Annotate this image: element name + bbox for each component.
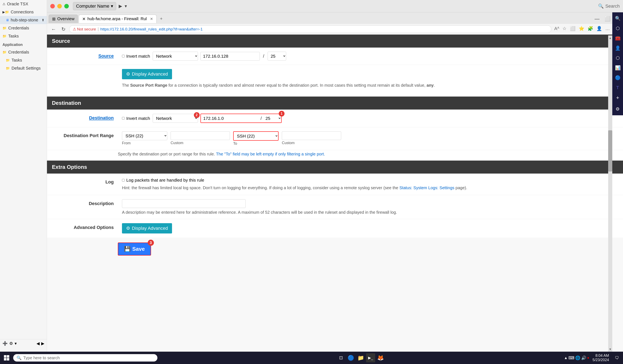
maximize-dot[interactable] bbox=[64, 4, 69, 8]
from-port-select[interactable]: SSH (22) bbox=[122, 131, 167, 140]
tab-close-icon[interactable]: ✕ bbox=[150, 17, 153, 21]
description-input[interactable] bbox=[122, 199, 245, 208]
edge-sidebar-office-icon[interactable]: 🔵 bbox=[613, 73, 622, 82]
add-icon[interactable]: ➕ bbox=[2, 341, 8, 346]
tab-hub-step-stone[interactable]: ✕ hub-fw.home.arpa - Firewall: Rul ✕ bbox=[79, 15, 156, 23]
tray-up-arrow[interactable]: ▲ bbox=[564, 356, 568, 360]
tray-volume-icon[interactable]: 🔊 bbox=[581, 355, 586, 360]
sidebar-item-credentials[interactable]: 📁 Credentials bbox=[0, 24, 47, 32]
close-dot[interactable] bbox=[50, 4, 55, 8]
bookmark-icon[interactable]: ☆ bbox=[562, 25, 567, 33]
source-invert-match[interactable]: Invert match bbox=[122, 54, 150, 59]
profile-icon[interactable]: 👤 bbox=[596, 25, 603, 33]
sidebar-item-default-settings[interactable]: 📁 Default Settings bbox=[0, 64, 47, 72]
save-button-wrapper: 💾 Save 3 bbox=[118, 242, 151, 256]
taskbar-edge-icon[interactable]: 🔵 bbox=[346, 353, 356, 362]
scroll-up-arrow[interactable]: ▲ bbox=[608, 36, 612, 40]
edge-sidebar-games-icon[interactable]: ⬡ bbox=[613, 54, 622, 63]
tray-notification-dot: ● bbox=[587, 356, 589, 360]
destination-label[interactable]: Destination bbox=[52, 114, 118, 121]
tab-overview[interactable]: ⊞ Overview bbox=[49, 15, 78, 23]
destination-invert-match[interactable]: Invert match bbox=[122, 116, 150, 121]
taskbar-firefox-icon[interactable]: 🦊 bbox=[376, 353, 385, 362]
taskbar-clock[interactable]: 8:04 AM 5/23/2024 bbox=[591, 354, 611, 362]
tray-keyboard-icon: ⌨ bbox=[568, 355, 574, 360]
refresh-button[interactable]: ↻ bbox=[60, 25, 67, 33]
edge-sidebar-profile-icon[interactable]: 👤 bbox=[613, 44, 622, 53]
new-tab-button[interactable]: + bbox=[157, 15, 165, 23]
destination-section: Destination Destination Invert match Net… bbox=[47, 97, 623, 160]
edge-sidebar-settings-icon[interactable]: ⚙ bbox=[613, 105, 622, 114]
log-checkbox[interactable] bbox=[122, 179, 125, 182]
minimize-dot[interactable] bbox=[57, 4, 62, 8]
sidebar-item-app-credentials[interactable]: 📁 Credentials bbox=[0, 48, 47, 56]
edge-sidebar-discover-icon[interactable]: ⬡ bbox=[613, 24, 622, 33]
taskbar-search-box[interactable]: 🔍 Type here to search bbox=[13, 354, 157, 362]
extensions-icon[interactable]: 🧩 bbox=[587, 25, 594, 33]
sidebar-item-connections[interactable]: ▶📁 Connections bbox=[0, 8, 47, 16]
to-port-select[interactable]: SSH (22) bbox=[233, 131, 279, 141]
destination-controls: Invert match Network 2 / 25 bbox=[122, 114, 282, 123]
sidebar-item-oracle-tsx[interactable]: ⚠ Oracle TSX bbox=[0, 0, 47, 8]
to-custom-label: Custom bbox=[282, 141, 341, 145]
arrow-right-icon[interactable]: ▶ bbox=[41, 341, 44, 346]
log-checkbox-label[interactable]: Log packets that are handled by this rul… bbox=[122, 178, 467, 183]
minimize-button[interactable]: — bbox=[593, 15, 601, 22]
taskbar-folder-icon[interactable]: 📁 bbox=[356, 353, 365, 362]
edge-sidebar-tools-icon[interactable]: 🧰 bbox=[613, 34, 622, 43]
scroll-down-arrow[interactable]: ▼ bbox=[608, 347, 612, 351]
destination-cidr-select[interactable]: 25 bbox=[263, 114, 281, 123]
computer-name-button[interactable]: Computer Name ▾ bbox=[73, 2, 116, 10]
reader-mode-icon[interactable]: Aᴬ bbox=[553, 25, 560, 33]
play-icon[interactable]: ▶ bbox=[119, 3, 122, 9]
to-label: To bbox=[233, 141, 279, 146]
sidebar-item-hub-step-stone[interactable]: 🖥 hub-step-stone ⬆ bbox=[0, 16, 47, 24]
to-custom-input[interactable] bbox=[282, 131, 341, 140]
edge-sidebar-add[interactable]: + bbox=[613, 93, 622, 104]
favorites-icon[interactable]: ⭐ bbox=[578, 25, 585, 33]
address-bar[interactable]: ⚠ Not secure | https://172.16.0.20/firew… bbox=[69, 25, 551, 33]
save-button[interactable]: 💾 Save bbox=[118, 242, 151, 256]
from-custom-input[interactable] bbox=[171, 131, 230, 140]
destination-ip-input[interactable] bbox=[201, 114, 260, 123]
restore-button[interactable]: ⬜ bbox=[603, 15, 612, 22]
edge-sidebar-search-icon[interactable]: 🔍 bbox=[613, 14, 622, 23]
tray-network-icon[interactable]: 🌐 bbox=[575, 355, 580, 360]
taskbar-app-icons: ⊡ 🔵 📁 ▶_ 🦊 bbox=[336, 353, 385, 362]
chevron-down-icon[interactable]: ▾ bbox=[125, 3, 127, 9]
settings-icon-sidebar[interactable]: ⚙ bbox=[9, 341, 13, 346]
scrollbar-thumb[interactable] bbox=[608, 130, 612, 171]
source-header-text: Source bbox=[52, 38, 70, 44]
sidebar-item-tasks[interactable]: 📁 Tasks bbox=[0, 32, 47, 40]
computer-icon: 🖥 bbox=[6, 18, 9, 22]
edge-add-icon[interactable]: + bbox=[613, 93, 622, 102]
log-checkbox-text: Log packets that are handled by this rul… bbox=[126, 178, 204, 183]
log-link[interactable]: Status: System Logs: Settings bbox=[400, 186, 454, 190]
source-label[interactable]: Source bbox=[52, 52, 118, 59]
source-display-advanced-button[interactable]: ⚙ Display Advanced bbox=[122, 69, 172, 79]
extra-options-section: Extra Options Log Log packets that are h… bbox=[47, 161, 623, 237]
advanced-display-advanced-button[interactable]: ⚙ Display Advanced bbox=[122, 223, 172, 234]
sidebar-item-oracle-tsx-label: Oracle TSX bbox=[7, 2, 28, 6]
taskbar-task-view[interactable]: ⊡ bbox=[336, 353, 346, 362]
source-ip-input[interactable] bbox=[200, 52, 260, 61]
sidebar-item-app-tasks[interactable]: 📁 Tasks bbox=[0, 56, 47, 64]
edge-sidebar-teams-icon[interactable]: T bbox=[613, 83, 622, 92]
source-cidr-select[interactable]: 25 bbox=[267, 52, 286, 61]
more-icon[interactable]: … bbox=[604, 25, 611, 33]
windows-start-button[interactable] bbox=[2, 353, 12, 363]
reading-list-icon[interactable]: ⬜ bbox=[569, 25, 576, 33]
source-network-select[interactable]: Network bbox=[153, 52, 198, 61]
source-invert-checkbox[interactable] bbox=[122, 55, 125, 57]
taskbar-notification-button[interactable]: 🗨 bbox=[612, 353, 621, 362]
back-button[interactable]: ← bbox=[49, 25, 58, 33]
destination-network-select[interactable]: Network bbox=[153, 114, 198, 123]
edge-sidebar-outlook-icon[interactable]: 📊 bbox=[613, 64, 622, 72]
taskbar-terminal-icon[interactable]: ▶_ bbox=[366, 353, 375, 362]
destination-port-hint-blue: The "To" field may be left empty if only… bbox=[216, 152, 325, 156]
arrow-left-icon[interactable]: ◀ bbox=[37, 341, 40, 346]
description-label: Description bbox=[52, 199, 118, 206]
badge-3: 3 bbox=[148, 240, 154, 246]
arrow-down-icon[interactable]: ▾ bbox=[15, 341, 17, 346]
destination-invert-checkbox[interactable] bbox=[122, 117, 125, 120]
